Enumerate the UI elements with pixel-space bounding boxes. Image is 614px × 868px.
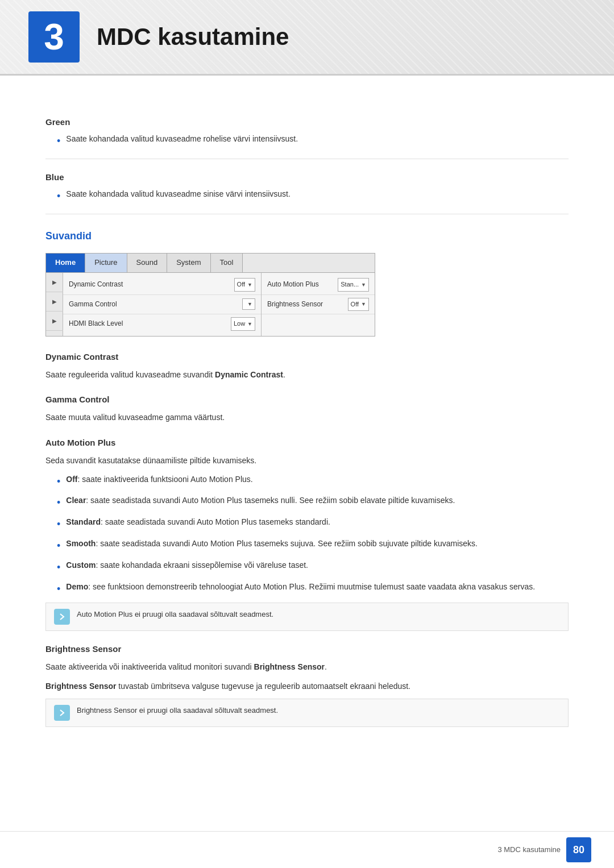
blue-bullet-text: Saate kohandada valitud kuvaseadme sinis… [66, 188, 291, 200]
arrow-3[interactable]: ▶ [46, 312, 63, 331]
amp-bullet-off: • Off: saate inaktiveerida funktsiooni A… [45, 473, 569, 490]
amp-bullet-demo: • Demo: see funktsioon demonstreerib teh… [45, 580, 569, 597]
bs-note-box: Brightness Sensor ei pruugi olla saadava… [45, 699, 569, 727]
tab-tool[interactable]: Tool [211, 254, 243, 272]
select-brightness-value: Off [351, 300, 359, 310]
bullet-dot-standard: • [57, 516, 60, 533]
brightness-sensor-text1: Saate aktiveerida või inaktiveerida vali… [45, 661, 569, 674]
brightness-sensor-text2: Brightness Sensor tuvastab ümbritseva va… [45, 680, 569, 693]
suvandid-title: Suvandid [45, 228, 569, 244]
blue-heading: Blue [45, 171, 569, 184]
select-dynamic-contrast[interactable]: Off ▼ [234, 278, 255, 292]
ui-arrow-column: ▶ ▶ ▶ [46, 273, 63, 336]
bullet-dot-blue: • [57, 188, 60, 205]
ui-right-column: Auto Motion Plus Stan... ▼ Brightness Se… [261, 273, 375, 336]
note-icon-bs [54, 705, 70, 721]
chevron-down-icon-2: ▼ [247, 300, 252, 308]
green-bullet: • Saate kohandada valitud kuvaseadme roh… [45, 132, 569, 149]
amp-bullet-off-text: Off: saate inaktiveerida funktsiooni Aut… [66, 473, 252, 485]
bs-text2-bold: Brightness Sensor [45, 682, 116, 691]
label-dynamic-contrast: Dynamic Contrast [69, 279, 234, 290]
gamma-control-text: Saate muuta valitud kuvaseadme gamma vää… [45, 411, 569, 424]
row-auto-motion-plus: Auto Motion Plus Stan... ▼ [262, 275, 375, 295]
svg-rect-1 [57, 708, 67, 718]
bullet-dot-clear: • [57, 495, 60, 511]
chapter-block: 3 MDC kasutamine [0, 0, 614, 76]
footer: 3 MDC kasutamine 80 [0, 831, 614, 868]
row-brightness-sensor: Brightness Sensor Off ▼ [262, 295, 375, 315]
bullet-dot-green: • [57, 133, 60, 149]
tab-home[interactable]: Home [46, 254, 85, 272]
amp-note-box: Auto Motion Plus ei pruugi olla saadaval… [45, 603, 569, 631]
row-empty [262, 314, 375, 334]
footer-text: 3 MDC kasutamine [497, 844, 561, 856]
arrow-1[interactable]: ▶ [46, 273, 63, 292]
bullet-dot-off: • [57, 474, 60, 490]
blue-bullet: • Saate kohandada valitud kuvaseadme sin… [45, 188, 569, 205]
amp-bullet-custom-text: Custom: saate kohandada ekraani sissepõl… [66, 559, 308, 571]
label-hdmi-black-level: HDMI Black Level [69, 318, 231, 329]
amp-bullet-demo-text: Demo: see funktsioon demonstreerib tehno… [66, 580, 535, 593]
auto-motion-plus-intro: Seda suvandit kasutatakse dünaamiliste p… [45, 454, 569, 467]
bs-text1-bold: Brightness Sensor [254, 662, 325, 671]
bs-note-text: Brightness Sensor ei pruugi olla saadava… [77, 705, 278, 716]
select-auto-motion-value: Stan... [341, 280, 359, 290]
bullet-dot-demo: • [57, 581, 60, 597]
tab-system[interactable]: System [167, 254, 210, 272]
amp-bullet-smooth-text: Smooth: saate seadistada suvandi Auto Mo… [66, 537, 478, 550]
label-auto-motion-plus: Auto Motion Plus [267, 279, 338, 290]
select-auto-motion-plus[interactable]: Stan... ▼ [338, 278, 369, 292]
tab-picture[interactable]: Picture [85, 254, 127, 272]
divider-1 [45, 159, 569, 159]
arrow-2[interactable]: ▶ [46, 292, 63, 312]
row-dynamic-contrast: Dynamic Contrast Off ▼ [63, 275, 261, 295]
chapter-title: MDC kasutamine [97, 18, 289, 56]
select-gamma-control[interactable]: ▼ [242, 298, 255, 310]
divider-2 [45, 214, 569, 214]
ui-main-column: Dynamic Contrast Off ▼ Gamma Control ▼ H… [63, 273, 261, 336]
ui-tabs: Home Picture Sound System Tool [46, 254, 375, 273]
amp-bullet-standard: • Standard: saate seadistada suvandi Aut… [45, 516, 569, 533]
chevron-down-icon-5: ▼ [361, 300, 366, 308]
green-heading: Green [45, 115, 569, 129]
note-icon-amp [54, 609, 70, 625]
bs-text1-prefix: Saate aktiveerida või inaktiveerida vali… [45, 662, 254, 671]
tab-sound[interactable]: Sound [127, 254, 168, 272]
amp-note-text: Auto Motion Plus ei pruugi olla saadaval… [77, 609, 273, 620]
amp-bullet-clear-text: Clear: saate seadistada suvandi Auto Mot… [66, 494, 455, 506]
gamma-control-heading: Gamma Control [45, 393, 569, 406]
amp-bullet-clear: • Clear: saate seadistada suvandi Auto M… [45, 494, 569, 511]
dynamic-contrast-bold: Dynamic Contrast [215, 370, 283, 379]
dynamic-contrast-text: Saate reguleerida valitud kuvaseadme suv… [45, 368, 569, 381]
amp-bullet-standard-text: Standard: saate seadistada suvandi Auto … [66, 516, 330, 528]
bs-text2-suffix: tuvastab ümbritseva valguse tugevuse ja … [116, 682, 410, 691]
ui-mockup: Home Picture Sound System Tool ▶ ▶ ▶ Dyn… [45, 253, 375, 337]
chevron-down-icon-4: ▼ [361, 281, 366, 289]
green-bullet-text: Saate kohandada valitud kuvaseadme rohel… [66, 132, 298, 145]
chevron-down-icon-3: ▼ [247, 320, 252, 328]
amp-bullet-smooth: • Smooth: saate seadistada suvandi Auto … [45, 537, 569, 554]
auto-motion-plus-heading: Auto Motion Plus [45, 436, 569, 450]
label-brightness-sensor-ui: Brightness Sensor [267, 299, 348, 310]
chapter-number: 3 [28, 11, 80, 63]
footer-page-number: 80 [566, 837, 591, 862]
bs-text1-suffix: . [325, 662, 327, 671]
ui-content-area: ▶ ▶ ▶ Dynamic Contrast Off ▼ Gamma Contr… [46, 273, 375, 336]
brightness-sensor-heading: Brightness Sensor [45, 642, 569, 656]
row-gamma-control: Gamma Control ▼ [63, 295, 261, 314]
dynamic-contrast-prefix: Saate reguleerida valitud kuvaseadme suv… [45, 370, 215, 379]
header-section: 3 MDC kasutamine [0, 0, 614, 76]
select-dynamic-contrast-value: Off [237, 280, 245, 290]
label-gamma-control: Gamma Control [69, 299, 242, 310]
amp-bullet-custom: • Custom: saate kohandada ekraani sissep… [45, 559, 569, 576]
select-brightness-sensor[interactable]: Off ▼ [348, 298, 369, 312]
svg-rect-0 [57, 612, 67, 622]
select-hdmi-value: Low [234, 319, 245, 329]
select-hdmi-black-level[interactable]: Low ▼ [231, 317, 255, 331]
chevron-down-icon: ▼ [247, 281, 252, 289]
row-hdmi-black-level: HDMI Black Level Low ▼ [63, 314, 261, 334]
main-content: Green • Saate kohandada valitud kuvasead… [0, 93, 614, 770]
dynamic-contrast-heading: Dynamic Contrast [45, 350, 569, 364]
bullet-dot-smooth: • [57, 538, 60, 554]
bullet-dot-custom: • [57, 559, 60, 576]
